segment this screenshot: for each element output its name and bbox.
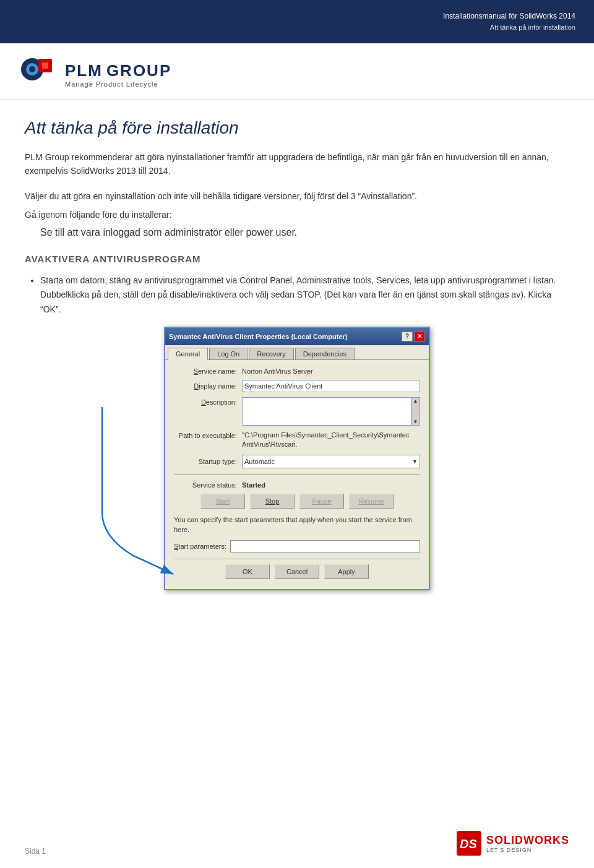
start-service-button[interactable]: Start <box>200 494 245 509</box>
page-number: Sida 1 <box>25 847 46 856</box>
svg-point-2 <box>29 66 35 72</box>
display-name-input[interactable]: Symantec AntiVirus Client <box>242 380 420 392</box>
header-bar: Installationsmanual för SolidWorks 2014 … <box>0 0 594 43</box>
startup-label: Startup type: <box>174 458 242 465</box>
para1: Väljer du att göra en nyinstallation och… <box>25 189 569 203</box>
service-name-label: Service name: <box>174 367 242 375</box>
page-title: Att tänka på före installation <box>25 118 569 138</box>
pause-service-button[interactable]: Pause <box>299 494 344 509</box>
display-name-label: Display name: <box>174 382 242 390</box>
cancel-button[interactable]: Cancel <box>275 564 319 579</box>
dialog-controls[interactable]: ? ✕ <box>402 332 425 342</box>
service-status-row: Service status: Started <box>174 481 420 489</box>
divider <box>174 475 420 475</box>
display-name-row: Display name: Symantec AntiVirus Client <box>174 380 420 392</box>
logo-group: GROUP <box>106 61 171 80</box>
service-name-value: Norton AntiVirus Server <box>242 367 420 375</box>
sw-solidworks-text: SOLIDWORKS <box>486 834 569 847</box>
header-line1: Installationsmanual för SolidWorks 2014 <box>443 11 575 22</box>
service-name-row: Service name: Norton AntiVirus Server <box>174 367 420 375</box>
service-status-label: Service status: <box>174 481 242 489</box>
intro-text: PLM Group rekommenderar att göra nyinsta… <box>25 150 569 178</box>
antivirus-item: Starta om datorn, stäng av antivirusprog… <box>40 273 569 317</box>
apply-button[interactable]: Apply <box>324 564 369 579</box>
description-input[interactable]: ▲ ▼ <box>242 397 420 426</box>
description-row: Description: ▲ ▼ <box>174 397 420 426</box>
startup-select[interactable]: Automatic ▼ <box>242 455 420 468</box>
service-buttons: Start Stop Pause Resume <box>174 494 420 509</box>
help-button[interactable]: ? <box>402 332 413 342</box>
header-text: Installationsmanual för SolidWorks 2014 … <box>443 11 575 33</box>
plm-logo-icon <box>19 56 56 93</box>
dialog-title: Symantec AntiVirus Client Properties (Lo… <box>169 333 348 340</box>
page-footer: Sida 1 DS SOLIDWORKS LET'S DESIGN <box>25 831 569 856</box>
dialog-box: Symantec AntiVirus Client Properties (Lo… <box>164 327 430 590</box>
logo-area: PLM GROUP Manage Product Lifecycle <box>0 43 594 100</box>
logo-subtitle: Manage Product Lifecycle <box>65 80 171 88</box>
dialog-titlebar: Symantec AntiVirus Client Properties (Lo… <box>165 328 429 345</box>
solidworks-logo: DS SOLIDWORKS LET'S DESIGN <box>457 831 569 856</box>
close-button[interactable]: ✕ <box>414 332 425 342</box>
startup-row: Startup type: Automatic ▼ <box>174 455 420 468</box>
info-text: You can specify the start parameters tha… <box>174 515 420 535</box>
stop-service-button[interactable]: Stop <box>250 494 295 509</box>
tab-general[interactable]: General <box>168 348 208 360</box>
path-value: "C:\Program Files\Symantec_Client_Securi… <box>242 431 420 450</box>
dialog-wrapper: Symantec AntiVirus Client Properties (Lo… <box>25 327 569 590</box>
logo-plm: PLM <box>65 61 103 80</box>
sw-tagline-text: LET'S DESIGN <box>486 847 569 853</box>
bullet-list: Se till att vara inloggad som administra… <box>40 227 569 238</box>
header-line2: Att tänka på inför installation <box>443 22 575 33</box>
start-params-row: Start parameters: <box>174 540 420 552</box>
ds-logo-icon: DS <box>457 831 481 856</box>
tab-dependencies[interactable]: Dependencies <box>295 348 355 359</box>
section-heading: Avaktivera antivirusprogram <box>25 254 569 264</box>
sw-text-block: SOLIDWORKS LET'S DESIGN <box>486 834 569 853</box>
tab-logon[interactable]: Log On <box>209 348 248 359</box>
main-content: Att tänka på före installation PLM Group… <box>0 100 594 615</box>
tab-recovery[interactable]: Recovery <box>249 348 293 359</box>
path-label: Path to executable: <box>174 431 242 439</box>
start-params-label: Start parameters: <box>174 543 230 550</box>
ok-button[interactable]: OK <box>225 564 270 579</box>
para2: Gå igenom följande före du installerar: <box>25 208 569 221</box>
description-label: Description: <box>174 397 242 406</box>
antivirus-list: Starta om datorn, stäng av antivirusprog… <box>40 273 569 317</box>
logo-text-block: PLM GROUP Manage Product Lifecycle <box>65 61 171 88</box>
dialog-body: Service name: Norton AntiVirus Server Di… <box>165 359 429 589</box>
path-row: Path to executable: "C:\Program Files\Sy… <box>174 431 420 450</box>
service-status-value: Started <box>242 481 265 489</box>
start-params-input[interactable] <box>230 540 420 552</box>
select-arrow-icon: ▼ <box>412 458 418 465</box>
resume-service-button[interactable]: Resume <box>349 494 394 509</box>
svg-text:DS: DS <box>460 837 477 851</box>
svg-rect-4 <box>42 62 48 69</box>
dialog-tabs: General Log On Recovery Dependencies <box>165 345 429 359</box>
dialog-footer: OK Cancel Apply <box>174 559 420 582</box>
